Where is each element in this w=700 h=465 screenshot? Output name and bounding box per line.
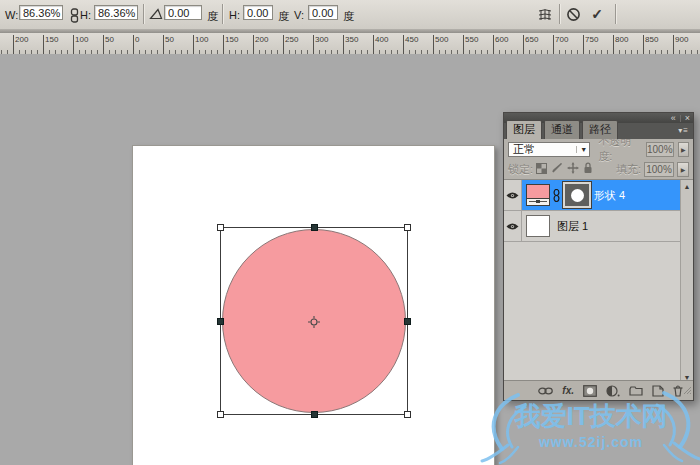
ruler-tick-label: 200 bbox=[15, 35, 28, 44]
layer-style-icon[interactable]: fx. bbox=[562, 385, 574, 396]
transform-handle-sw[interactable] bbox=[217, 411, 224, 418]
v-skew-unit-label: 度 bbox=[343, 9, 354, 24]
visibility-toggle[interactable] bbox=[504, 211, 522, 241]
add-layer-mask-icon[interactable] bbox=[583, 385, 597, 397]
lock-pixels-icon[interactable] bbox=[551, 160, 563, 178]
height-input[interactable] bbox=[94, 5, 138, 20]
transform-handle-ne[interactable] bbox=[404, 224, 411, 231]
cancel-transform-icon[interactable] bbox=[564, 6, 582, 22]
transform-handle-s[interactable] bbox=[311, 411, 318, 418]
dropdown-arrow-icon: ▼ bbox=[576, 146, 587, 153]
transform-handle-nw[interactable] bbox=[217, 224, 224, 231]
layer-name[interactable]: 图层 1 bbox=[557, 219, 588, 234]
ruler-major-tick bbox=[373, 35, 374, 54]
ruler-major-tick bbox=[253, 35, 254, 54]
layer-row-shape4[interactable]: 形状 4 bbox=[504, 180, 680, 211]
fill-label: 填充: bbox=[616, 162, 641, 177]
link-layers-icon[interactable] bbox=[538, 387, 553, 395]
layer-list-scrollbar[interactable]: ▲ ▼ bbox=[680, 180, 693, 384]
ruler-tick-label: 650 bbox=[525, 35, 538, 44]
ruler-major-tick bbox=[403, 35, 404, 54]
ruler-tick-label: 700 bbox=[555, 35, 568, 44]
rotate-angle-icon bbox=[147, 6, 165, 22]
ruler-tick-label: 200 bbox=[255, 35, 268, 44]
layer-row-layer1[interactable]: 图层 1 bbox=[504, 211, 680, 242]
ruler-tick-label: 150 bbox=[45, 35, 58, 44]
new-adjustment-layer-icon[interactable] bbox=[606, 385, 620, 397]
new-layer-icon[interactable] bbox=[652, 385, 664, 397]
transform-handle-n[interactable] bbox=[311, 224, 318, 231]
panel-resize-grip[interactable] bbox=[683, 381, 692, 399]
transform-handle-w[interactable] bbox=[217, 318, 224, 325]
width-label: W: bbox=[5, 9, 18, 21]
collapse-panel-icon[interactable]: « bbox=[671, 114, 676, 123]
ruler-major-tick bbox=[613, 35, 614, 54]
separator bbox=[680, 115, 681, 122]
ruler-tick-label: 50 bbox=[165, 35, 174, 44]
close-panel-icon[interactable]: × bbox=[685, 114, 690, 123]
ruler-major-tick bbox=[43, 35, 44, 54]
ruler-tick-label: 500 bbox=[435, 35, 448, 44]
panel-tab-bar: 图层 通道 路径 ▾≡ bbox=[504, 123, 693, 139]
h-skew-label: H: bbox=[229, 9, 240, 21]
blend-mode-select[interactable]: 正常 ▼ bbox=[508, 142, 590, 157]
ruler-major-tick bbox=[193, 35, 194, 54]
commit-transform-icon[interactable]: ✓ bbox=[588, 6, 606, 22]
h-skew-input[interactable] bbox=[243, 5, 273, 20]
eye-icon bbox=[506, 191, 519, 200]
ruler-major-tick bbox=[313, 35, 314, 54]
ruler-tick-label: 750 bbox=[585, 35, 598, 44]
v-skew-input[interactable] bbox=[308, 5, 338, 20]
separator bbox=[615, 4, 616, 24]
ruler-tick-label: 100 bbox=[75, 35, 88, 44]
ruler-major-tick bbox=[643, 35, 644, 54]
ruler-major-tick bbox=[223, 35, 224, 54]
ruler-tick-label: 50 bbox=[105, 35, 114, 44]
ruler-tick-label: 900 bbox=[675, 35, 688, 44]
ruler-major-tick bbox=[553, 35, 554, 54]
width-input[interactable] bbox=[19, 5, 63, 20]
ruler-major-tick bbox=[523, 35, 524, 54]
horizontal-ruler[interactable]: 2001501005005010015020025030035040045050… bbox=[0, 33, 700, 55]
tab-channels[interactable]: 通道 bbox=[544, 120, 580, 139]
scroll-up-icon[interactable]: ▲ bbox=[684, 183, 691, 190]
ruler-tick-label: 800 bbox=[615, 35, 628, 44]
rotate-angle-input[interactable] bbox=[164, 5, 202, 20]
ruler-major-tick bbox=[673, 35, 674, 54]
ruler-major-tick bbox=[583, 35, 584, 54]
tab-layers[interactable]: 图层 bbox=[506, 120, 542, 139]
fill-spinner-icon[interactable]: ▶ bbox=[677, 162, 689, 177]
angle-unit-label: 度 bbox=[207, 9, 218, 24]
delete-layer-icon[interactable] bbox=[673, 385, 683, 397]
h-skew-unit-label: 度 bbox=[278, 9, 289, 24]
warp-mode-icon[interactable] bbox=[536, 6, 554, 22]
ruler-tick-label: 600 bbox=[495, 35, 508, 44]
eye-icon bbox=[506, 222, 519, 231]
lock-all-icon[interactable] bbox=[583, 160, 593, 178]
opacity-spinner-icon[interactable]: ▶ bbox=[678, 142, 689, 157]
layer-name[interactable]: 形状 4 bbox=[594, 188, 625, 203]
panel-menu-icon[interactable]: ▾≡ bbox=[678, 126, 689, 135]
opacity-value[interactable]: 100% bbox=[646, 142, 674, 157]
visibility-toggle[interactable] bbox=[504, 180, 522, 210]
mask-link-icon bbox=[553, 189, 560, 202]
ruler-major-tick bbox=[463, 35, 464, 54]
lock-transparency-icon[interactable] bbox=[536, 160, 547, 178]
fill-layer-thumbnail[interactable] bbox=[526, 184, 550, 206]
transform-handle-e[interactable] bbox=[404, 318, 411, 325]
vector-mask-thumbnail[interactable] bbox=[563, 182, 591, 208]
layer-list: 形状 4 图层 1 ▲ ▼ bbox=[504, 179, 693, 384]
transform-reference-point[interactable] bbox=[308, 315, 321, 328]
layer-thumbnail[interactable] bbox=[526, 215, 550, 237]
new-group-icon[interactable] bbox=[629, 386, 643, 396]
transform-handle-se[interactable] bbox=[404, 411, 411, 418]
transform-bounding-box[interactable] bbox=[220, 227, 408, 415]
ruler-tick-label: 400 bbox=[375, 35, 388, 44]
tab-paths[interactable]: 路径 bbox=[582, 120, 618, 139]
separator bbox=[559, 4, 560, 24]
ruler-major-tick bbox=[433, 35, 434, 54]
fill-value[interactable]: 100% bbox=[644, 162, 674, 177]
ruler-major-tick bbox=[283, 35, 284, 54]
lock-position-icon[interactable] bbox=[567, 160, 579, 178]
blend-mode-row: 正常 ▼ 不透明度: 100% ▶ bbox=[504, 139, 693, 159]
